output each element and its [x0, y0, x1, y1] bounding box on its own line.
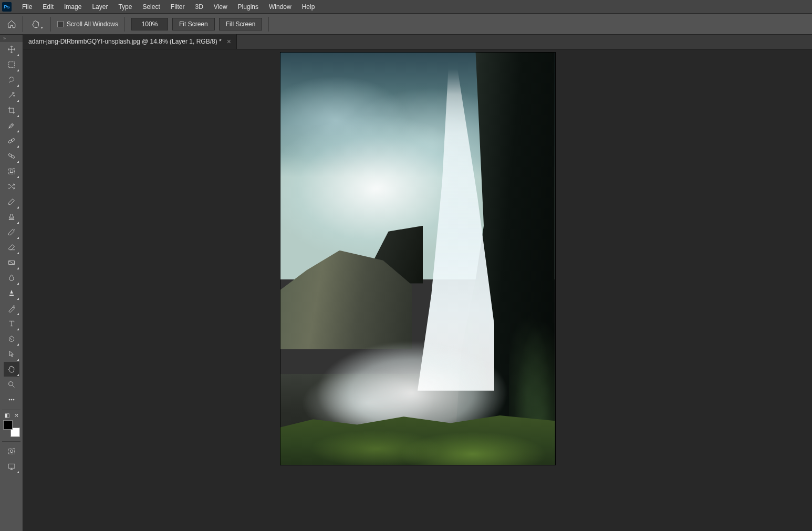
shape-tool[interactable] [4, 331, 19, 346]
menu-select[interactable]: Select [137, 1, 165, 13]
history-brush-icon [7, 228, 16, 236]
crop-tool[interactable] [4, 103, 19, 118]
default-colors-icon[interactable]: ◧ [5, 412, 9, 418]
svg-point-2 [11, 140, 12, 141]
frame-tool[interactable] [4, 164, 19, 179]
marquee-icon [7, 60, 16, 69]
type-tool[interactable] [4, 316, 19, 331]
svg-point-11 [13, 399, 14, 400]
svg-rect-12 [8, 449, 14, 454]
color-swatches[interactable] [3, 420, 20, 437]
quickmask-icon [7, 447, 16, 455]
menu-layer[interactable]: Layer [87, 1, 113, 13]
tools-panel: » [0, 35, 23, 531]
close-tab-button[interactable]: × [227, 37, 231, 46]
zoom-tool[interactable] [4, 377, 19, 392]
eraser-tool[interactable] [4, 240, 19, 255]
menu-help[interactable]: Help [297, 1, 320, 13]
shape-icon [7, 335, 16, 343]
blur-tool[interactable] [4, 270, 19, 285]
pen-icon [7, 304, 16, 313]
fill-screen-button[interactable]: Fill Screen [219, 18, 263, 30]
svg-rect-6 [10, 170, 13, 172]
current-tool-indicator[interactable]: ▾ [27, 16, 44, 32]
expand-panel-button[interactable]: » [0, 35, 23, 42]
home-button[interactable] [4, 16, 23, 32]
zoom-icon [7, 380, 16, 389]
dodge-icon [7, 289, 16, 297]
divider [268, 17, 269, 32]
svg-rect-5 [8, 169, 14, 174]
divider [124, 17, 125, 32]
marquee-tool[interactable] [4, 57, 19, 72]
history-brush-tool[interactable] [4, 225, 19, 240]
lasso-tool[interactable] [4, 72, 19, 87]
shuffle-icon [7, 182, 16, 191]
ellipsis-icon [7, 395, 16, 404]
edit-toolbar-button[interactable] [4, 392, 19, 407]
svg-point-10 [11, 399, 12, 400]
app-logo-icon: Ps [2, 2, 12, 12]
menu-plugins[interactable]: Plugins [233, 1, 264, 13]
zoom-value-input[interactable]: 100% [131, 18, 168, 30]
bandage-icon [7, 137, 16, 145]
screenmode-tool[interactable] [4, 459, 19, 474]
dodge-tool[interactable] [4, 286, 19, 300]
menu-file[interactable]: File [17, 1, 37, 13]
hand-icon [31, 19, 40, 29]
menu-view[interactable]: View [209, 1, 233, 13]
fit-screen-button[interactable]: Fit Screen [172, 18, 215, 30]
path-select-tool[interactable] [4, 347, 19, 361]
options-bar: ▾ Scroll All Windows 100% Fit Screen Fil… [0, 14, 812, 35]
menu-edit[interactable]: Edit [37, 1, 59, 13]
canvas-viewport[interactable] [23, 49, 812, 531]
move-icon [7, 45, 16, 54]
type-icon [7, 319, 16, 328]
document-tab[interactable]: adam-jang-DtRbnmbGQYI-unsplash.jpg @ 14.… [23, 34, 237, 49]
gradient-tool[interactable] [4, 255, 19, 270]
lasso-icon [7, 76, 16, 84]
chevron-down-icon: ▾ [41, 26, 43, 30]
hand-icon [7, 365, 16, 373]
crop-icon [7, 106, 16, 114]
remove-tool[interactable] [4, 149, 19, 163]
screen-icon [7, 462, 16, 471]
menu-image[interactable]: Image [59, 1, 87, 13]
eraser-icon [7, 243, 16, 252]
svg-rect-0 [8, 62, 14, 68]
spot-heal-tool[interactable] [4, 133, 19, 148]
svg-point-13 [10, 450, 13, 452]
shuffle-tool[interactable] [4, 179, 19, 194]
menu-window[interactable]: Window [264, 1, 297, 13]
arrow-icon [7, 350, 16, 358]
scroll-all-label: Scroll All Windows [67, 20, 118, 28]
svg-point-8 [8, 382, 13, 386]
eyedropper-tool[interactable] [4, 118, 19, 133]
divider [50, 17, 51, 32]
stamp-tool[interactable] [4, 210, 19, 224]
gradient-icon [7, 258, 16, 267]
stamp-icon [7, 213, 16, 221]
brush-tool[interactable] [4, 194, 19, 209]
checkbox-icon [57, 21, 64, 27]
document-area: adam-jang-DtRbnmbGQYI-unsplash.jpg @ 14.… [23, 35, 812, 531]
menu-3d[interactable]: 3D [190, 1, 208, 13]
frame-icon [7, 167, 16, 175]
magic-wand-tool[interactable] [4, 88, 19, 102]
move-tool[interactable] [4, 42, 19, 57]
document-tab-bar: adam-jang-DtRbnmbGQYI-unsplash.jpg @ 14.… [23, 35, 812, 49]
menu-filter[interactable]: Filter [165, 1, 190, 13]
wand-icon [7, 91, 16, 99]
svg-rect-14 [8, 464, 15, 468]
canvas[interactable] [280, 53, 555, 465]
menu-type[interactable]: Type [113, 1, 137, 13]
pen-tool[interactable] [4, 301, 19, 316]
quickmask-tool[interactable] [4, 444, 19, 459]
swap-colors-icon[interactable]: ⤭ [14, 412, 18, 418]
main-area: » [0, 35, 812, 531]
scroll-all-windows-checkbox[interactable]: Scroll All Windows [57, 20, 118, 28]
foreground-color-swatch[interactable] [3, 420, 13, 430]
hand-tool[interactable] [4, 362, 19, 377]
home-icon [7, 19, 16, 29]
brush-icon [7, 197, 16, 206]
